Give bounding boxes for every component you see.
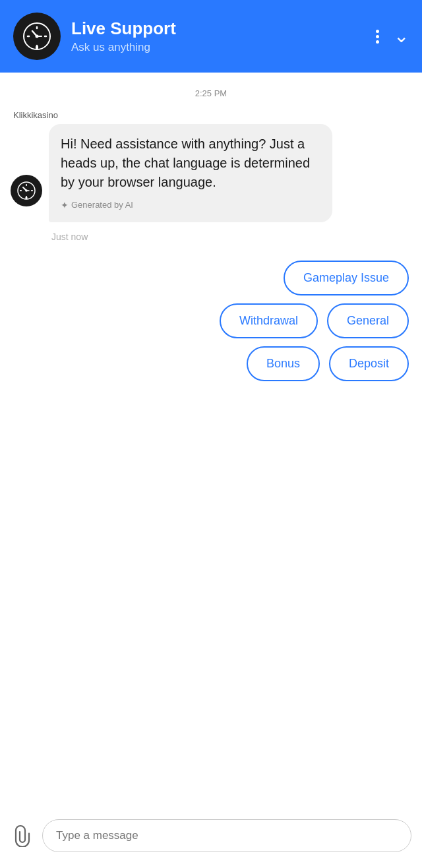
attach-button[interactable] <box>11 824 34 848</box>
quick-replies-row-2: Withdrawal General <box>220 303 409 338</box>
more-options-button[interactable] <box>376 30 379 44</box>
sender-name: Klikkikasino <box>13 110 411 120</box>
quick-reply-bonus[interactable]: Bonus <box>247 346 320 381</box>
header-subtitle: Ask us anything <box>71 41 365 54</box>
ai-label-text: Generated by AI <box>71 199 133 212</box>
input-bar <box>0 810 422 868</box>
bot-message-content: Hi! Need assistance with anything? Just … <box>49 124 332 222</box>
app-header: Live Support Ask us anything ⌄ <box>0 0 422 73</box>
header-title: Live Support <box>71 18 365 39</box>
chat-body: 2:25 PM Klikkikasino Hi! Need assistance… <box>0 73 422 810</box>
quick-reply-deposit[interactable]: Deposit <box>329 346 409 381</box>
quick-replies-row-1: Gameplay Issue <box>284 261 409 295</box>
header-text-block: Live Support Ask us anything <box>71 18 365 53</box>
message-timestamp: 2:25 PM <box>11 88 411 98</box>
bot-avatar <box>11 175 42 206</box>
collapse-button[interactable]: ⌄ <box>394 27 409 46</box>
header-avatar <box>13 13 61 60</box>
message-time-just-now: Just now <box>51 232 411 242</box>
quick-replies-row-3: Bonus Deposit <box>247 346 409 381</box>
quick-reply-general[interactable]: General <box>327 303 409 338</box>
svg-rect-17 <box>26 197 28 199</box>
bot-message-row: Hi! Need assistance with anything? Just … <box>11 124 411 222</box>
message-input[interactable] <box>42 819 411 852</box>
paperclip-icon <box>13 824 32 847</box>
bot-message-text: Hi! Need assistance with anything? Just … <box>61 137 310 189</box>
sparkle-icon: ✦ <box>61 199 69 212</box>
quick-replies-container: Gameplay Issue Withdrawal General Bonus … <box>11 261 411 381</box>
svg-rect-8 <box>36 46 38 49</box>
quick-reply-gameplay-issue[interactable]: Gameplay Issue <box>284 261 409 295</box>
bot-logo-icon <box>16 181 36 201</box>
header-actions: ⌄ <box>376 27 409 46</box>
chat-spacer <box>11 394 411 810</box>
svg-point-7 <box>36 35 39 38</box>
bot-message-bubble: Hi! Need assistance with anything? Just … <box>49 124 332 222</box>
svg-point-16 <box>25 189 28 192</box>
header-logo-icon <box>22 22 51 51</box>
quick-reply-withdrawal[interactable]: Withdrawal <box>220 303 318 338</box>
ai-generated-label: ✦ Generated by AI <box>61 199 320 212</box>
